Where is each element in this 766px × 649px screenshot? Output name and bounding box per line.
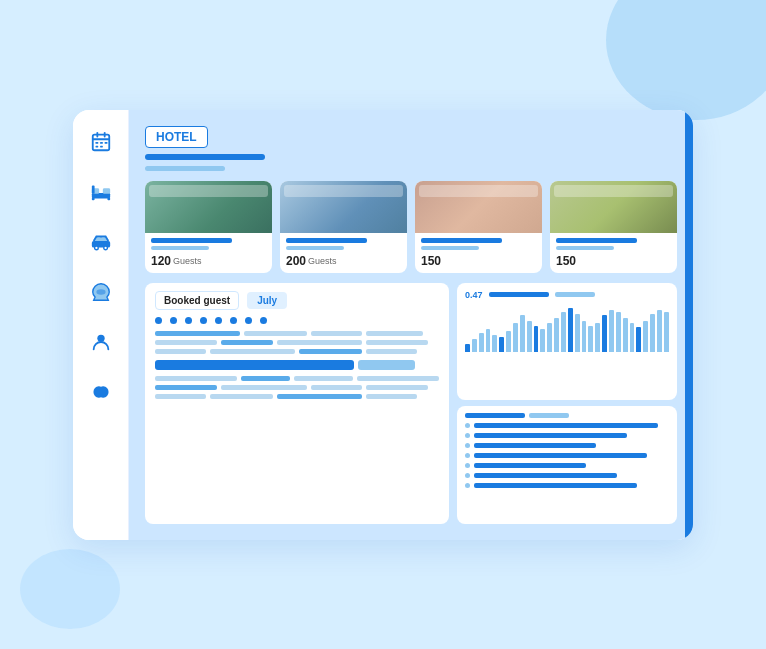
- bar-item: [575, 314, 580, 352]
- list-item: [465, 433, 669, 438]
- table-cell: [299, 349, 361, 354]
- svg-rect-18: [97, 237, 100, 240]
- room-info-4: 150: [550, 233, 677, 273]
- room-card-2[interactable]: 200 Guests: [280, 181, 407, 273]
- list-item: [465, 453, 669, 458]
- list-bar: [474, 453, 647, 458]
- room-guests-label-2: Guests: [308, 256, 337, 266]
- table-cell: [210, 349, 295, 354]
- list-chart-title-bar: [465, 413, 525, 418]
- table-cell: [366, 349, 417, 354]
- table-cell: [277, 394, 362, 399]
- bar-item: [636, 327, 641, 352]
- food-icon[interactable]: [87, 278, 115, 306]
- room-card-3[interactable]: 150: [415, 181, 542, 273]
- bed-icon[interactable]: [87, 178, 115, 206]
- table-cell: [366, 385, 428, 390]
- bottom-section: Booked guest July: [145, 283, 677, 524]
- list-item: [465, 483, 669, 488]
- table-cell: [221, 385, 306, 390]
- svg-rect-7: [95, 145, 98, 147]
- room-info-1: 120 Guests: [145, 233, 272, 273]
- main-card: HOTEL 120 Guests: [73, 110, 693, 540]
- bg-blob-right: [606, 0, 766, 120]
- svg-rect-6: [104, 142, 107, 144]
- table-row: [155, 349, 439, 354]
- list-bar: [474, 443, 596, 448]
- table-cell: [366, 394, 417, 399]
- bar-item: [630, 323, 635, 352]
- svg-rect-13: [107, 197, 110, 200]
- bar-item: [486, 329, 491, 352]
- svg-rect-8: [100, 145, 103, 147]
- chart-title-line: 0.47: [465, 290, 669, 300]
- table-cell: [366, 340, 428, 345]
- bar-item: [616, 312, 621, 352]
- car-icon[interactable]: [87, 228, 115, 256]
- list-dot: [465, 423, 470, 428]
- calendar-icon[interactable]: [87, 128, 115, 156]
- table-cell: [221, 340, 272, 345]
- bar-item: [664, 312, 669, 352]
- dot-1: [155, 317, 162, 324]
- table-cell: [155, 349, 206, 354]
- table-row: [155, 376, 439, 381]
- room-card-1[interactable]: 120 Guests: [145, 181, 272, 273]
- room-guests-num-2: 200: [286, 254, 306, 268]
- list-dot: [465, 473, 470, 478]
- list-bar: [474, 483, 637, 488]
- room-guests-num-1: 120: [151, 254, 171, 268]
- bar-item: [513, 323, 518, 352]
- room-img-overlay-2: [284, 185, 403, 197]
- room-image-1: [145, 181, 272, 233]
- bar-item: [623, 318, 628, 352]
- bar-item: [568, 308, 573, 352]
- room-card-4[interactable]: 150: [550, 181, 677, 273]
- list-item: [465, 473, 669, 478]
- table-row: [155, 385, 439, 390]
- hotel-header: HOTEL: [145, 126, 677, 171]
- table-cell: [155, 385, 217, 390]
- room-guests-label-1: Guests: [173, 256, 202, 266]
- dot-7: [245, 317, 252, 324]
- list-dot: [465, 453, 470, 458]
- svg-rect-11: [102, 188, 109, 194]
- svg-rect-4: [95, 142, 98, 144]
- list-dot: [465, 443, 470, 448]
- bar-item: [602, 315, 607, 352]
- room-image-4: [550, 181, 677, 233]
- svg-rect-14: [91, 185, 94, 193]
- bar-item: [561, 312, 566, 352]
- room-guests-2: 200 Guests: [286, 254, 401, 268]
- list-bar: [474, 473, 617, 478]
- bar-item: [499, 337, 504, 352]
- table-month-box[interactable]: July: [247, 292, 287, 309]
- room-guests-num-4: 150: [556, 254, 576, 268]
- bar-item: [588, 326, 593, 352]
- room-guests-3: 150: [421, 254, 536, 268]
- table-cell: [366, 331, 423, 336]
- table-title-box: Booked guest: [155, 291, 239, 310]
- list-dot: [465, 433, 470, 438]
- table-cell: [241, 376, 290, 381]
- bar-chart-card: 0.47: [457, 283, 677, 401]
- room-name-bar-2: [286, 238, 367, 243]
- chart-subtitle-bar: [555, 292, 595, 297]
- bar-item: [492, 335, 497, 352]
- list-lines: [465, 413, 669, 488]
- bar-item: [609, 310, 614, 352]
- room-guests-4: 150: [556, 254, 671, 268]
- hotel-title-bar: [145, 154, 265, 160]
- dots-row: [155, 315, 439, 326]
- room-guests-num-3: 150: [421, 254, 441, 268]
- list-item: [465, 443, 669, 448]
- svg-rect-5: [100, 142, 103, 144]
- dot-2: [170, 317, 177, 324]
- table-cell: [155, 331, 240, 336]
- highlight-bar-short: [358, 360, 415, 370]
- infinity-icon[interactable]: [87, 378, 115, 406]
- dot-4: [200, 317, 207, 324]
- user-icon[interactable]: [87, 328, 115, 356]
- room-img-overlay-4: [554, 185, 673, 197]
- room-name-bar-3: [421, 238, 502, 243]
